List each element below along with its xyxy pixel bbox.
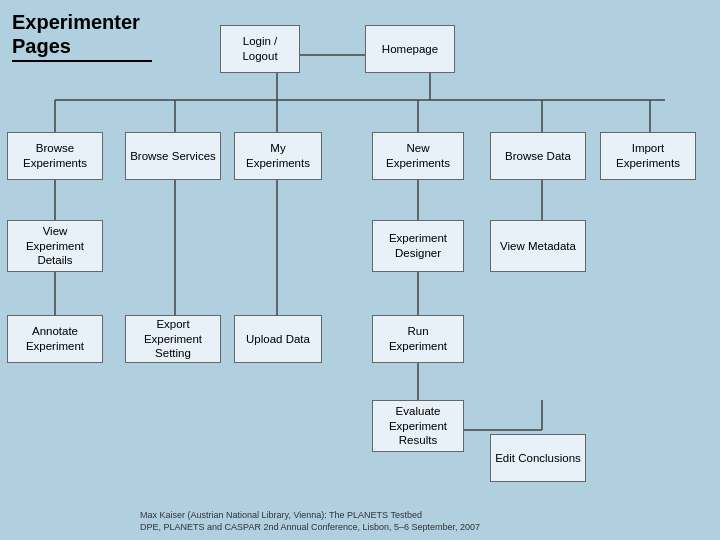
browse-data-node: Browse Data — [490, 132, 586, 180]
footer-text: Max Kaiser (Austrian National Library, V… — [140, 509, 480, 534]
new-experiments-node: New Experiments — [372, 132, 464, 180]
import-experiments-node: Import Experiments — [600, 132, 696, 180]
annotate-experiment-node: Annotate Experiment — [7, 315, 103, 363]
upload-data-node: Upload Data — [234, 315, 322, 363]
view-metadata-node: View Metadata — [490, 220, 586, 272]
homepage-node: Homepage — [365, 25, 455, 73]
connectors-svg — [0, 0, 720, 540]
run-experiment-node: Run Experiment — [372, 315, 464, 363]
export-experiment-setting-node: Export Experiment Setting — [125, 315, 221, 363]
experiment-designer-node: Experiment Designer — [372, 220, 464, 272]
my-experiments-node: My Experiments — [234, 132, 322, 180]
browse-services-node: Browse Services — [125, 132, 221, 180]
browse-experiments-node: Browse Experiments — [7, 132, 103, 180]
login-logout-node: Login / Logout — [220, 25, 300, 73]
evaluate-experiment-results-node: Evaluate Experiment Results — [372, 400, 464, 452]
edit-conclusions-node: Edit Conclusions — [490, 434, 586, 482]
page-title: Experimenter Pages — [12, 10, 152, 62]
view-experiment-details-node: View Experiment Details — [7, 220, 103, 272]
